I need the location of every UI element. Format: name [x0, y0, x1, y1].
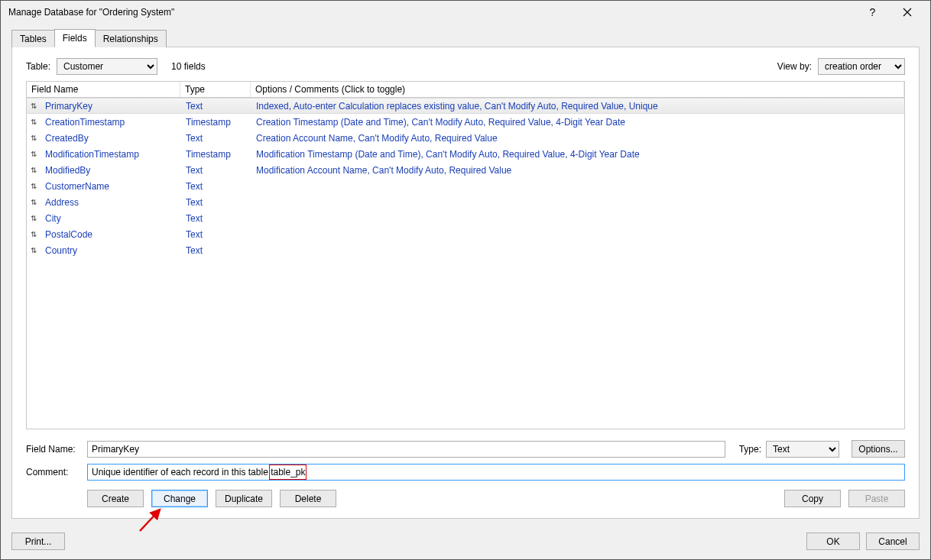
fields-panel: Table: Customer 10 fields View by: creat… — [11, 47, 920, 519]
col-header-name[interactable]: Field Name — [27, 82, 180, 97]
drag-handle-icon[interactable]: ⇅ — [27, 134, 41, 142]
field-name-cell: CreatedBy — [41, 133, 181, 144]
paste-button[interactable]: Paste — [848, 490, 905, 507]
close-button[interactable] — [890, 1, 924, 24]
change-button[interactable]: Change — [151, 490, 208, 507]
bottom-bar: Print... OK Cancel — [1, 526, 930, 559]
field-options-cell: Indexed, Auto-enter Calculation replaces… — [251, 101, 904, 112]
table-row[interactable]: ⇅AddressText — [27, 194, 904, 210]
field-type-cell: Text — [181, 101, 251, 112]
field-name-cell: PostalCode — [41, 229, 181, 240]
field-type-cell: Text — [181, 165, 251, 176]
field-count: 10 fields — [171, 61, 206, 72]
comment-label: Comment: — [26, 467, 83, 477]
duplicate-button[interactable]: Duplicate — [216, 490, 272, 507]
fieldname-input[interactable] — [87, 441, 725, 458]
field-type-cell: Text — [181, 133, 251, 144]
table-label: Table: — [26, 61, 50, 72]
grid-body[interactable]: ⇅PrimaryKeyTextIndexed, Auto-enter Calcu… — [27, 98, 904, 429]
field-name-cell: CustomerName — [41, 181, 181, 192]
fields-grid: Field Name Type Options / Comments (Clic… — [26, 81, 905, 429]
titlebar-controls: ? — [855, 1, 924, 24]
table-row[interactable]: ⇅CustomerNameText — [27, 178, 904, 194]
manage-database-window: Manage Database for "Ordering System" ? … — [0, 0, 931, 560]
drag-handle-icon[interactable]: ⇅ — [27, 102, 41, 110]
field-type-cell: Text — [181, 197, 251, 208]
field-type-cell: Text — [181, 229, 251, 240]
comment-input[interactable] — [87, 464, 905, 481]
field-type-cell: Text — [181, 213, 251, 224]
options-button[interactable]: Options... — [852, 440, 905, 458]
field-options-cell: Modification Timestamp (Date and Time), … — [251, 149, 904, 160]
titlebar: Manage Database for "Ordering System" ? — [1, 1, 930, 24]
window-title: Manage Database for "Ordering System" — [8, 7, 174, 18]
tabs: Tables Fields Relationships — [11, 28, 920, 47]
drag-handle-icon[interactable]: ⇅ — [27, 118, 41, 126]
field-options-cell: Creation Timestamp (Date and Time), Can'… — [251, 117, 904, 128]
actions-row: Create Change Duplicate Delete Copy Past… — [26, 490, 905, 507]
tab-tables[interactable]: Tables — [11, 30, 55, 47]
tab-fields[interactable]: Fields — [54, 29, 96, 47]
field-name-cell: City — [41, 213, 181, 224]
field-type-cell: Text — [181, 181, 251, 192]
drag-handle-icon[interactable]: ⇅ — [27, 150, 41, 158]
ok-button[interactable]: OK — [806, 532, 860, 550]
tab-relationships[interactable]: Relationships — [95, 30, 167, 47]
tabs-row: Tables Fields Relationships — [1, 24, 930, 47]
viewby-select[interactable]: creation order — [818, 58, 905, 75]
print-button[interactable]: Print... — [11, 532, 65, 550]
table-row[interactable]: ⇅CountryText — [27, 242, 904, 258]
table-select[interactable]: Customer — [57, 58, 157, 75]
field-name-cell: CreationTimestamp — [41, 117, 181, 128]
viewby-label: View by: — [777, 61, 812, 72]
drag-handle-icon[interactable]: ⇅ — [27, 246, 41, 254]
table-row[interactable]: ⇅CreatedByTextCreation Account Name, Can… — [27, 130, 904, 146]
drag-handle-icon[interactable]: ⇅ — [27, 230, 41, 238]
table-row[interactable]: ⇅CreationTimestampTimestampCreation Time… — [27, 114, 904, 130]
table-row[interactable]: ⇅CityText — [27, 210, 904, 226]
drag-handle-icon[interactable]: ⇅ — [27, 182, 41, 190]
field-options-cell: Modification Account Name, Can't Modify … — [251, 165, 904, 176]
grid-header: Field Name Type Options / Comments (Clic… — [27, 82, 904, 98]
field-type-cell: Timestamp — [181, 149, 251, 160]
fieldname-label: Field Name: — [26, 444, 83, 455]
field-name-cell: Address — [41, 197, 181, 208]
field-name-cell: ModificationTimestamp — [41, 149, 181, 160]
type-label: Type: — [739, 444, 761, 455]
col-header-type[interactable]: Type — [180, 82, 251, 97]
type-select[interactable]: Text — [766, 441, 839, 458]
table-row[interactable]: ⇅PrimaryKeyTextIndexed, Auto-enter Calcu… — [27, 98, 904, 114]
field-type-cell: Timestamp — [181, 117, 251, 128]
table-row[interactable]: ⇅ModificationTimestampTimestampModificat… — [27, 146, 904, 162]
help-button[interactable]: ? — [855, 1, 890, 24]
drag-handle-icon[interactable]: ⇅ — [27, 166, 41, 174]
field-name-cell: ModifiedBy — [41, 165, 181, 176]
field-name-cell: PrimaryKey — [41, 101, 181, 112]
table-row[interactable]: ⇅PostalCodeText — [27, 226, 904, 242]
field-type-cell: Text — [181, 245, 251, 256]
drag-handle-icon[interactable]: ⇅ — [27, 214, 41, 222]
col-header-options[interactable]: Options / Comments (Click to toggle) — [251, 82, 904, 97]
delete-button[interactable]: Delete — [280, 490, 336, 507]
fieldname-row: Field Name: Type: Text Options... — [26, 440, 905, 458]
field-options-cell: Creation Account Name, Can't Modify Auto… — [251, 133, 904, 144]
create-button[interactable]: Create — [87, 490, 144, 507]
panel-toolbar: Table: Customer 10 fields View by: creat… — [26, 58, 905, 75]
comment-row: Comment: — [26, 464, 905, 481]
cancel-button[interactable]: Cancel — [866, 532, 920, 550]
field-name-cell: Country — [41, 245, 181, 256]
drag-handle-icon[interactable]: ⇅ — [27, 198, 41, 206]
table-row[interactable]: ⇅ModifiedByTextModification Account Name… — [27, 162, 904, 178]
copy-button[interactable]: Copy — [784, 490, 841, 507]
